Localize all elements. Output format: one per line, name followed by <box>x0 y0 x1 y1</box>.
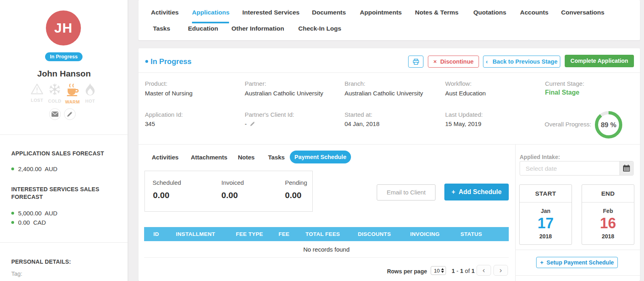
svg-text:89 %: 89 % <box>601 121 617 129</box>
